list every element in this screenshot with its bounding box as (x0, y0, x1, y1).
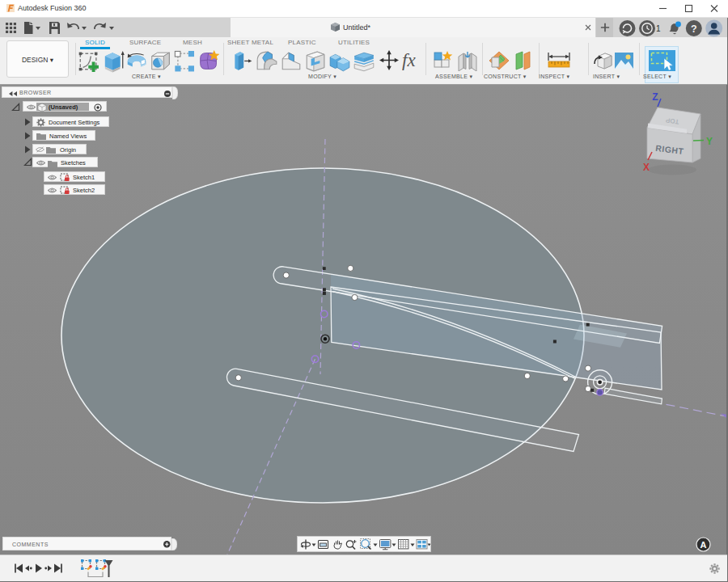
svg-text:Z: Z (652, 91, 658, 103)
svg-text:1: 1 (656, 24, 661, 33)
svg-text:X: X (643, 162, 650, 173)
svg-text:A: A (700, 540, 707, 550)
svg-text:Y: Y (706, 136, 713, 147)
svg-text:?: ? (691, 23, 697, 35)
svg-text:fx: fx (402, 50, 416, 70)
